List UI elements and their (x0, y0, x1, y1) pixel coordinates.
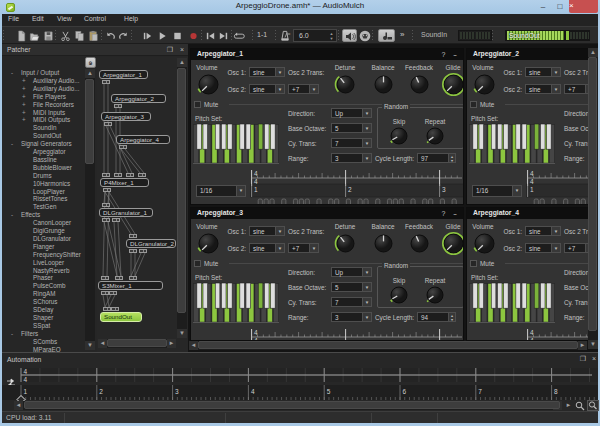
canvas-scrollbar-thumb[interactable] (177, 68, 186, 313)
collapse-icon[interactable]: - (11, 330, 13, 338)
automation-scrollbar[interactable]: ◄► (14, 401, 562, 410)
menu-control[interactable]: Control (84, 15, 106, 22)
base-octave-select[interactable]: 5▼ (331, 282, 372, 292)
collapse-icon[interactable]: - (11, 69, 13, 77)
automation-bar-strip[interactable]: 44 (2, 368, 598, 383)
zoom-tool-icon[interactable] (587, 400, 599, 411)
direction-select-arrow[interactable]: ▼ (362, 268, 371, 276)
feedback-knob[interactable] (408, 73, 431, 96)
panel-close-icon[interactable]: × (461, 50, 464, 59)
tempo-spinner[interactable]: ▲▼ (328, 31, 335, 41)
osc2-select-arrow[interactable]: ▼ (551, 85, 560, 93)
patcher-canvas[interactable]: Arpeggiator_1Arpeggiator_2Arpeggiator_3A… (97, 57, 188, 352)
glide-knob[interactable] (441, 231, 465, 256)
cy-trans-select-arrow[interactable]: ▼ (362, 298, 371, 306)
pitch-set-keyboard[interactable] (193, 283, 279, 323)
mulch-face-icon[interactable] (359, 30, 371, 42)
input-port[interactable] (138, 173, 146, 177)
cy-trans-select[interactable]: 7▼ (331, 138, 372, 148)
redo-icon[interactable] (118, 30, 129, 42)
node-dlgranulator_1[interactable]: DLGranulator_1 (99, 208, 153, 217)
menu-help[interactable]: Help (124, 15, 138, 22)
input-port[interactable] (102, 203, 110, 207)
osc2-select[interactable]: sine▼ (249, 84, 285, 94)
cycle-length-spin[interactable]: 94▲▼ (417, 312, 456, 322)
pitch-set-keyboard[interactable] (193, 124, 279, 164)
cy-trans-select[interactable]: 7▼ (331, 297, 372, 307)
output-port[interactable] (102, 80, 110, 84)
output-port[interactable] (101, 291, 109, 295)
panel-titlebar[interactable]: Arpeggiator_4?--× (467, 208, 598, 219)
play-icon[interactable] (157, 30, 168, 42)
skip-knob[interactable] (388, 125, 410, 147)
automation-scrollbar-left[interactable]: ◄ (14, 401, 23, 410)
paste-icon[interactable] (88, 30, 99, 42)
node-dlgranulator_2[interactable]: DLGranulator_2 (126, 239, 176, 248)
playpause-icon[interactable] (142, 30, 153, 42)
tree-scrollbar[interactable]: ▲▼ (85, 69, 95, 350)
panel-ruler[interactable]: 44 (191, 326, 464, 341)
pitch-set-keyboard[interactable] (469, 124, 555, 164)
automation-scrollbar-thumb[interactable] (24, 401, 560, 409)
repeat-knob[interactable] (424, 125, 446, 147)
record-icon[interactable] (188, 30, 199, 42)
osc1-select-arrow[interactable]: ▼ (275, 227, 284, 235)
maximize-button[interactable]: □ (553, 3, 567, 12)
copy-icon[interactable] (74, 30, 85, 42)
mdi-scrollbar[interactable]: ▲▼ (588, 48, 598, 349)
automation-ruler[interactable]: 12345678 (2, 385, 598, 401)
canvas-scrollbar[interactable]: ▲▼ (177, 58, 187, 338)
canvas-hscrollbar-left[interactable]: ◄ (98, 339, 107, 348)
osc2-select-arrow[interactable]: ▼ (551, 244, 560, 252)
panel-ruler[interactable]: 44 (467, 326, 598, 341)
output-port[interactable] (112, 218, 120, 222)
canvas-scrollbar-up[interactable]: ▲ (177, 58, 187, 67)
base-octave-select-arrow[interactable]: ▼ (362, 124, 371, 132)
input-port[interactable] (126, 173, 134, 177)
mdi-hscrollbar-right[interactable]: ► (578, 341, 587, 350)
stop-icon[interactable] (172, 30, 183, 42)
osc2-select[interactable]: sine▼ (249, 243, 285, 253)
toolbar-overflow-chevron[interactable]: » (400, 30, 404, 39)
input-port[interactable] (129, 234, 137, 238)
canvas-scrollbar-down[interactable]: ▼ (177, 329, 187, 338)
balance-knob[interactable] (372, 73, 395, 96)
cycle-length-spin-spinner[interactable]: ▲▼ (448, 154, 455, 162)
input-port[interactable] (111, 307, 119, 311)
expand-icon[interactable]: + (22, 109, 26, 117)
panel-titlebar[interactable]: Arpeggiator_3?--× (191, 208, 463, 219)
osc2-trans-select[interactable]: +7▼ (288, 84, 319, 94)
output-port[interactable] (109, 291, 117, 295)
node-p4mixer_1[interactable]: P4Mixer_1 (100, 178, 149, 187)
expand-icon[interactable]: + (22, 77, 26, 85)
osc1-select-arrow[interactable]: ▼ (275, 68, 284, 76)
node-soundout[interactable]: SoundOut (100, 312, 142, 322)
pitch-set-keyboard[interactable] (469, 283, 555, 323)
expand-icon[interactable]: + (22, 101, 26, 109)
undo-icon[interactable] (105, 30, 116, 42)
cut-icon[interactable] (60, 30, 71, 42)
tree-scrollbar-up[interactable]: ▲ (85, 69, 95, 78)
osc2-select-arrow[interactable]: ▼ (275, 244, 284, 252)
output-port[interactable] (119, 145, 127, 149)
panel-close-icon[interactable]: × (461, 209, 464, 218)
node-s3mixer_1[interactable]: S3Mixer_1 (98, 281, 163, 290)
expand-icon[interactable]: + (22, 85, 26, 93)
volume-knob[interactable] (472, 231, 497, 256)
panel-titlebar[interactable]: Arpeggiator_2?--× (467, 49, 598, 60)
panel-titlebar[interactable]: Arpeggiator_1?--× (191, 49, 463, 60)
osc2-trans-select[interactable]: +7▼ (288, 243, 319, 253)
osc1-select[interactable]: sine▼ (249, 67, 285, 77)
panel-ruler[interactable]: 441 (467, 167, 598, 205)
collapse-icon[interactable]: - (11, 211, 13, 219)
detune-knob[interactable] (334, 73, 357, 96)
mdi-scrollbar-thumb[interactable] (588, 57, 597, 331)
canvas-hscrollbar-thumb[interactable] (107, 339, 167, 347)
mdi-hscrollbar[interactable]: ◄► (189, 341, 587, 350)
panel-help-icon[interactable]: ? (439, 209, 448, 218)
mdi-hscrollbar-thumb[interactable] (198, 341, 578, 349)
tempo-field[interactable]: 6.0▲▼ (293, 29, 337, 42)
osc2-select[interactable]: sine▼ (525, 84, 561, 94)
volume-knob[interactable] (196, 72, 221, 97)
mute-checkbox[interactable] (470, 260, 477, 267)
